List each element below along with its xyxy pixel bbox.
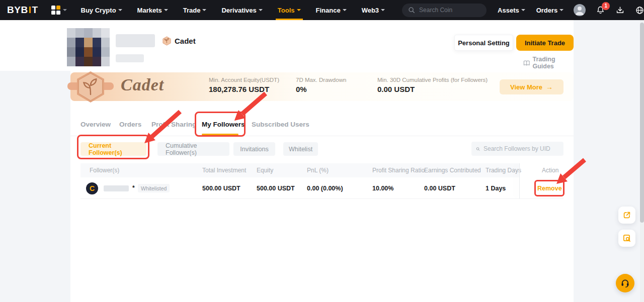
chevron-down-icon: [559, 9, 564, 11]
level-badge-label: Cadet: [175, 37, 196, 45]
download-icon: [615, 6, 625, 15]
cell-pnl: 0.00 (0.00%): [307, 185, 343, 192]
col-header-equity: Equity: [257, 167, 273, 174]
download-app-button[interactable]: [615, 6, 625, 15]
col-header-pnl: PnL (%): [307, 167, 329, 174]
nav-item-trade[interactable]: Trade: [183, 0, 207, 20]
chevron-down-icon: [521, 9, 525, 11]
whitelist-marker: *: [132, 184, 135, 191]
chevron-down-icon: [343, 9, 347, 11]
tab-overview[interactable]: Overview: [80, 121, 111, 128]
account-avatar-button[interactable]: [574, 4, 586, 16]
coin-search-input[interactable]: [419, 7, 479, 14]
user-avatar-icon: [574, 4, 586, 16]
top-navigation-bar: BYBIT Buy Crypto Markets Trade Derivativ…: [0, 0, 644, 20]
col-header-action: Action: [542, 167, 558, 174]
cadet-badge-icon: [65, 69, 116, 105]
share-page-button[interactable]: [618, 207, 635, 224]
stat-min-30d-cumulative-profits: Min. 30D Cumulative Profits (for Followe…: [377, 77, 488, 93]
whitelisted-tag: Whitelisted: [138, 184, 170, 192]
col-header-profit-sharing-ratio: Profit Sharing Ratio: [372, 167, 425, 174]
followers-search-box[interactable]: [471, 142, 564, 156]
col-header-trading-days: Trading Days: [486, 167, 521, 174]
language-button[interactable]: [635, 6, 644, 15]
nav-item-buy-crypto[interactable]: Buy Crypto: [81, 0, 122, 20]
search-icon: [408, 7, 415, 14]
logo-accent-i: I: [29, 5, 32, 16]
customer-support-button[interactable]: [616, 274, 634, 292]
nav-item-orders[interactable]: Orders: [536, 0, 564, 20]
logo-text-t: T: [32, 5, 38, 16]
nav-item-assets[interactable]: Assets: [498, 0, 525, 20]
nav-item-markets[interactable]: Markets: [137, 0, 168, 20]
chevron-down-icon: [118, 9, 122, 11]
stat-7d-max-drawdown: 7D Max. Drawdown 0%: [296, 77, 346, 93]
apps-menu-button[interactable]: [51, 6, 67, 15]
redacted-username: [116, 34, 155, 47]
follower-avatar: C: [86, 182, 98, 194]
page-scrollbar-thumb[interactable]: [640, 23, 644, 223]
personal-setting-button[interactable]: Personal Setting: [454, 35, 513, 51]
tab-orders[interactable]: Orders: [119, 121, 141, 128]
external-link-icon: [622, 211, 631, 220]
view-more-button[interactable]: View More →: [500, 79, 564, 94]
tabs-divider: [70, 136, 574, 136]
coin-search-box[interactable]: [402, 4, 487, 17]
trading-guides-link[interactable]: Trading Guides: [523, 56, 574, 70]
stat-min-account-equity: Min. Account Equity(USDT) 180,278.76 USD…: [209, 77, 279, 93]
active-tab-underline: [202, 134, 238, 135]
sticky-column-divider: [519, 163, 520, 199]
redacted-follower-name: [104, 185, 129, 191]
trader-level-banner: Cadet Min. Account Equity(USDT) 180,278.…: [70, 72, 574, 101]
page-preview-button[interactable]: [618, 230, 635, 247]
cell-equity: 500.00 USDT: [257, 185, 295, 192]
tab-profit-sharing[interactable]: Profit Sharing: [151, 121, 196, 128]
tab-subscribed-users[interactable]: Subscribed Users: [252, 121, 309, 128]
subtab-whitelist[interactable]: Whitelist: [283, 142, 318, 156]
nav-item-tools[interactable]: Tools: [278, 0, 301, 20]
cell-profit-sharing-ratio: 10.00%: [372, 185, 393, 192]
cell-earnings-contributed: 0.00 USDT: [424, 185, 455, 192]
remove-follower-button[interactable]: Remove: [537, 185, 562, 192]
search-icon: [476, 146, 480, 152]
chevron-down-icon: [381, 9, 385, 11]
notifications-button[interactable]: 1: [596, 6, 605, 15]
doc-search-icon: [622, 234, 631, 243]
bybit-logo[interactable]: BYBIT: [7, 5, 38, 16]
nav-item-web3[interactable]: Web3: [362, 0, 385, 20]
chevron-down-icon: [259, 9, 263, 11]
subtab-current-followers[interactable]: Current Follower(s): [80, 142, 146, 156]
banner-title: Cadet: [121, 75, 164, 94]
globe-icon: [635, 6, 644, 15]
redacted-uid: [116, 54, 144, 62]
chevron-down-icon: [164, 9, 168, 11]
headset-icon: [620, 278, 630, 288]
chevron-down-icon: [63, 9, 67, 11]
nav-left-cluster: BYBIT Buy Crypto Markets Trade Derivativ…: [7, 0, 487, 20]
col-header-followers: Follower(s): [90, 167, 119, 174]
col-header-earnings-contributed: Earnings Contributed: [424, 167, 481, 174]
initiate-trade-button[interactable]: Initiate Trade: [516, 35, 574, 51]
nav-menu: Buy Crypto Markets Trade Derivatives Too…: [81, 0, 400, 20]
tab-my-followers[interactable]: My Followers: [202, 121, 245, 128]
logo-text: BYB: [7, 5, 28, 16]
chevron-down-icon: [297, 9, 301, 11]
apps-grid-icon: [51, 6, 60, 15]
avatar: [67, 28, 110, 66]
cell-total-investment: 500.00 USDT: [202, 185, 240, 192]
subtab-invitations[interactable]: Invitations: [233, 142, 275, 156]
row-divider: [80, 198, 564, 199]
col-header-total-investment: Total Investment: [202, 167, 246, 174]
arrow-right-icon: →: [546, 83, 553, 91]
profile-name-row: Cadet: [116, 34, 196, 47]
nav-item-derivatives[interactable]: Derivatives: [221, 0, 262, 20]
book-icon: [523, 60, 530, 66]
cell-trading-days: 1 Days: [486, 185, 506, 192]
nav-right-cluster: Assets Orders 1: [487, 0, 644, 20]
subtab-cumulative-followers[interactable]: Cumulative Follower(s): [157, 142, 229, 156]
notification-badge: 1: [602, 2, 610, 10]
sprout-badge-icon: [162, 36, 172, 46]
followers-search-input[interactable]: [484, 145, 559, 152]
nav-item-finance[interactable]: Finance: [316, 0, 347, 20]
chevron-down-icon: [202, 9, 206, 11]
